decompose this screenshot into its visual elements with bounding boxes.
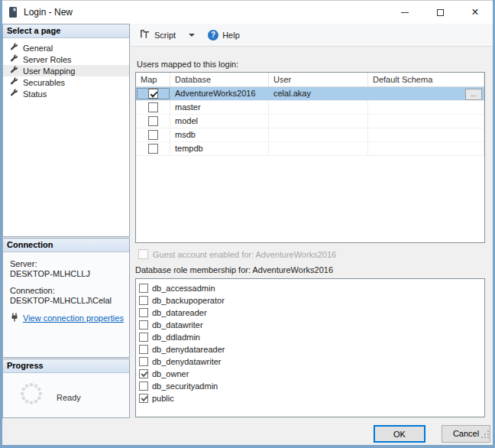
table-row[interactable]: AdventureWorks2016 celal.akay ... xyxy=(136,87,484,101)
role-checkbox[interactable] xyxy=(139,320,148,330)
role-checkbox[interactable] xyxy=(139,394,148,403)
role-name: db_ddladmin xyxy=(152,333,200,342)
script-button[interactable]: Script xyxy=(134,26,180,44)
guest-account-row: Guest account enabled for: AdventureWork… xyxy=(138,249,336,259)
role-item[interactable]: db_datareader xyxy=(139,307,484,319)
users-mapping-table[interactable]: MapDatabaseUserDefault Schema AdventureW… xyxy=(135,72,485,243)
role-membership-label: Database role membership for: AdventureW… xyxy=(135,265,333,274)
role-name: db_backupoperator xyxy=(152,296,225,305)
chevron-down-icon xyxy=(189,34,195,37)
select-page-pane: Select a page General Server Roles User … xyxy=(2,24,130,237)
role-list[interactable]: db_accessadmin db_backupoperator db_data… xyxy=(135,278,485,417)
close-icon: × xyxy=(471,6,478,18)
minimize-icon xyxy=(401,12,409,13)
role-name: db_datareader xyxy=(152,308,207,317)
login-dialog-icon xyxy=(8,6,18,18)
sidebar-page-item-label: General xyxy=(23,44,53,53)
map-checkbox[interactable] xyxy=(148,102,158,112)
role-name: db_denydatareader xyxy=(152,345,225,354)
user-cell: celal.akay xyxy=(269,87,368,100)
connection-pane: Connection Server: DESKTOP-MLHCLLJ Conne… xyxy=(2,238,130,358)
role-checkbox[interactable] xyxy=(139,369,148,378)
login-new-dialog: Login - New × Select a page General Serv… xyxy=(0,0,495,448)
role-name: public xyxy=(152,394,174,403)
role-checkbox[interactable] xyxy=(139,345,148,354)
default-schema-cell xyxy=(368,128,484,141)
sidebar-page-item[interactable]: User Mapping xyxy=(3,65,129,76)
users-mapped-label: Users mapped to this login: xyxy=(137,60,238,69)
map-checkbox[interactable] xyxy=(148,89,158,99)
role-checkbox[interactable] xyxy=(139,284,148,293)
select-page-list: General Server Roles User Mapping Secura… xyxy=(3,38,129,99)
select-page-header: Select a page xyxy=(3,24,129,38)
role-item[interactable]: db_securityadmin xyxy=(139,380,484,392)
maximize-icon xyxy=(437,9,444,16)
close-button[interactable]: × xyxy=(458,1,493,24)
default-schema-cell xyxy=(368,142,484,155)
user-cell xyxy=(269,115,368,128)
table-row[interactable]: master xyxy=(136,101,484,115)
database-cell: AdventureWorks2016 xyxy=(170,87,269,100)
server-label: Server: xyxy=(10,259,125,269)
role-item[interactable]: db_owner xyxy=(139,368,484,380)
table-row[interactable]: tempdb xyxy=(136,142,484,156)
database-cell: msdb xyxy=(170,128,269,141)
table-column-header: User xyxy=(269,73,368,86)
role-item[interactable]: db_ddladmin xyxy=(139,331,484,343)
role-item[interactable]: db_accessadmin xyxy=(139,282,484,294)
sidebar-page-item[interactable]: Server Roles xyxy=(3,54,129,65)
map-checkbox[interactable] xyxy=(148,116,158,126)
dialog-toolbar: Script ? Help xyxy=(131,24,493,47)
role-name: db_denydatawriter xyxy=(152,357,222,366)
window-title: Login - New xyxy=(24,7,73,18)
database-cell: master xyxy=(170,101,269,114)
sidebar-page-item[interactable]: Status xyxy=(3,88,129,99)
role-name: db_datawriter xyxy=(152,320,203,330)
role-item[interactable]: db_denydatareader xyxy=(139,343,484,355)
connection-header: Connection xyxy=(3,239,129,252)
role-name: db_securityadmin xyxy=(152,381,218,391)
role-checkbox[interactable] xyxy=(139,357,148,366)
table-row[interactable]: model xyxy=(136,115,484,128)
title-bar[interactable]: Login - New × xyxy=(2,1,493,24)
user-cell xyxy=(269,128,368,141)
role-checkbox[interactable] xyxy=(139,308,148,317)
role-checkbox[interactable] xyxy=(139,381,148,391)
help-button[interactable]: ? Help xyxy=(203,28,244,43)
sidebar-page-item[interactable]: Securables xyxy=(3,76,129,88)
ok-button[interactable]: OK xyxy=(374,425,425,443)
connection-label: Connection: xyxy=(10,286,125,296)
map-checkbox[interactable] xyxy=(148,130,158,140)
footer-bar: OK Cancel xyxy=(2,418,493,445)
map-checkbox[interactable] xyxy=(148,144,158,154)
view-connection-properties-link[interactable]: View connection properties xyxy=(23,313,124,323)
table-body: AdventureWorks2016 celal.akay ... master… xyxy=(136,87,484,156)
maximize-button[interactable] xyxy=(422,1,458,24)
table-row[interactable]: msdb xyxy=(136,128,484,142)
role-name: db_accessadmin xyxy=(152,284,215,293)
script-dropdown-button[interactable] xyxy=(184,31,199,39)
table-header: MapDatabaseUserDefault Schema xyxy=(136,73,484,87)
connection-value: DESKTOP-MLHCLLJ\Celal xyxy=(10,296,125,306)
role-name: db_owner xyxy=(152,369,189,378)
wrench-icon xyxy=(10,77,18,87)
progress-pane: Progress Ready xyxy=(2,359,130,418)
browse-schema-button[interactable]: ... xyxy=(465,89,482,100)
role-checkbox[interactable] xyxy=(139,333,148,342)
progress-status: Ready xyxy=(57,393,81,402)
user-cell xyxy=(269,142,368,155)
role-item[interactable]: db_denydatawriter xyxy=(139,355,484,368)
resize-grip[interactable] xyxy=(481,427,489,441)
window-border-bottom xyxy=(0,445,495,448)
user-cell xyxy=(269,101,368,114)
default-schema-cell xyxy=(368,101,484,114)
table-column-header: Default Schema xyxy=(368,73,484,86)
sidebar-page-item[interactable]: General xyxy=(3,42,129,54)
role-item[interactable]: public xyxy=(139,392,484,404)
role-item[interactable]: db_datawriter xyxy=(139,319,484,331)
role-item[interactable]: db_backupoperator xyxy=(139,294,484,307)
role-checkbox[interactable] xyxy=(139,296,148,305)
wrench-icon xyxy=(10,66,18,76)
minimize-button[interactable] xyxy=(387,1,422,24)
sidebar-page-item-label: Securables xyxy=(23,78,65,87)
